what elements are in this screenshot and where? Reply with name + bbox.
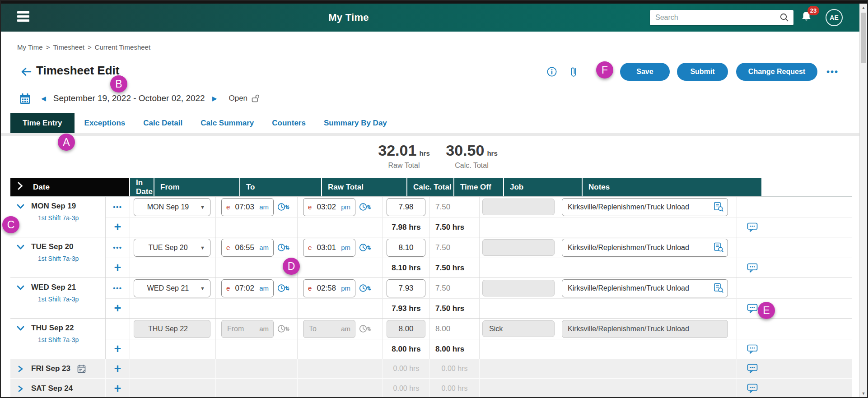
row-menu-button[interactable]: ••• — [106, 284, 130, 292]
next-period-arrow[interactable]: ▶ — [210, 95, 219, 102]
previous-period-arrow[interactable]: ◀ — [39, 95, 48, 102]
attachments-button[interactable] — [567, 65, 580, 79]
time-adjust-icon — [359, 324, 371, 333]
notes-comment-icon[interactable] — [747, 263, 758, 273]
from-time-input[interactable]: From am — [221, 320, 274, 338]
annotation-badge-b: B — [110, 75, 127, 93]
tab-divider — [1, 133, 859, 136]
job-input[interactable]: Kirksville/Replenishmen/Truck Unload — [562, 320, 728, 338]
vertical-scrollbar[interactable]: ▲ ▼ — [859, 4, 867, 397]
time-adjust-icon[interactable] — [359, 243, 371, 252]
timesheet-row: WED Sep 21 1st Shift 7a-3p ••• WED Sep 2… — [10, 278, 852, 319]
save-button[interactable]: Save — [620, 63, 670, 81]
change-request-button[interactable]: Change Request — [736, 63, 817, 81]
tab-counters[interactable]: Counters — [272, 113, 306, 133]
scrollbar-thumb[interactable] — [861, 13, 866, 63]
breadcrumb-item[interactable]: Timesheet — [53, 43, 84, 51]
shift-link[interactable]: 1st Shift 7a-3p — [38, 255, 105, 262]
row-menu-button[interactable]: ••• — [106, 203, 130, 211]
from-time-input[interactable]: e 07:02 am — [221, 279, 274, 297]
tab-exceptions[interactable]: Exceptions — [84, 113, 126, 133]
breadcrumb-item[interactable]: Current Timesheet — [95, 43, 150, 51]
back-arrow-icon[interactable] — [20, 65, 33, 78]
job-input[interactable]: Kirksville/Replenishmen/Truck Unload — [562, 239, 728, 257]
notes-comment-icon[interactable] — [747, 344, 758, 354]
add-entry-button[interactable]: + — [106, 383, 130, 395]
tab-calc-detail[interactable]: Calc Detail — [143, 113, 182, 133]
row-menu-button[interactable]: ••• — [106, 244, 130, 251]
search-icon[interactable] — [779, 12, 790, 23]
job-input[interactable]: Kirksville/Replenishmen/Truck Unload — [562, 198, 728, 216]
from-time-input[interactable]: e 06:55 am — [221, 239, 274, 257]
edited-flag: e — [226, 203, 230, 211]
action-cluster: Save Submit Change Request ••• — [545, 63, 839, 81]
add-entry-button[interactable]: + — [106, 363, 130, 375]
shift-link[interactable]: 1st Shift 7a-3p — [38, 214, 105, 222]
expand-row-icon[interactable] — [17, 385, 24, 392]
job-lookup-icon[interactable] — [714, 202, 724, 212]
in-date-select[interactable]: TUE Sep 20 ▼ — [134, 239, 210, 257]
tab-time-entry[interactable]: Time Entry — [10, 113, 75, 133]
tab-summary-by-day[interactable]: Summary By Day — [324, 113, 387, 133]
tab-calc-summary[interactable]: Calc Summary — [201, 113, 254, 133]
raw-total-input[interactable]: 7.98 — [387, 198, 425, 216]
to-time-input[interactable]: To am — [303, 320, 355, 338]
from-time-input[interactable]: e 07:03 am — [221, 198, 274, 216]
collapse-row-icon[interactable] — [17, 284, 24, 291]
add-entry-button[interactable]: + — [106, 343, 130, 355]
more-options-button[interactable]: ••• — [826, 67, 839, 77]
top-bar: My Time 23 AE — [1, 4, 859, 32]
job-input[interactable]: Kirksville/Replenishmen/Truck Unload — [562, 279, 728, 297]
expand-row-icon[interactable] — [17, 366, 24, 372]
add-entry-button[interactable]: + — [106, 221, 130, 233]
submit-button[interactable]: Submit — [677, 63, 728, 81]
time-off-input[interactable] — [482, 199, 555, 215]
in-date-select[interactable]: MON Sep 19 ▼ — [134, 198, 210, 216]
column-header-date[interactable]: Date — [10, 178, 130, 196]
notes-comment-icon[interactable] — [747, 222, 758, 232]
time-off-input[interactable] — [482, 280, 555, 296]
job-lookup-icon[interactable] — [714, 242, 724, 253]
time-adjust-icon[interactable] — [359, 202, 371, 212]
collapse-row-icon[interactable] — [17, 325, 24, 332]
scrollbar-down-arrow[interactable]: ▼ — [860, 389, 867, 397]
column-header-label: Notes — [588, 183, 610, 192]
calendar-icon[interactable] — [19, 93, 31, 105]
shift-link[interactable]: 1st Shift 7a-3p — [38, 296, 105, 303]
collapse-row-icon[interactable] — [17, 203, 24, 210]
to-meridiem: am — [341, 325, 350, 333]
column-header: Notes — [583, 178, 761, 196]
avatar[interactable]: AE — [826, 9, 843, 26]
time-off-input[interactable] — [482, 239, 555, 256]
raw-total-input[interactable]: 8.10 — [387, 239, 425, 257]
notes-comment-icon[interactable] — [747, 364, 758, 374]
breadcrumb-item[interactable]: My Time — [17, 43, 43, 51]
add-entry-button[interactable]: + — [106, 262, 130, 274]
raw-total-input[interactable]: 8.00 — [387, 320, 425, 338]
job-lookup-icon[interactable] — [714, 283, 724, 293]
chevron-down-icon: ▼ — [200, 286, 205, 291]
time-adjust-icon[interactable] — [277, 243, 289, 252]
collapse-row-icon[interactable] — [17, 244, 24, 250]
notifications-button[interactable]: 23 — [800, 10, 814, 25]
scrollbar-up-arrow[interactable]: ▲ — [860, 4, 867, 11]
raw-total-input[interactable]: 7.93 — [387, 279, 425, 297]
search-input[interactable] — [650, 14, 779, 22]
time-adjust-icon[interactable] — [277, 283, 289, 293]
notes-comment-icon[interactable] — [747, 304, 758, 314]
schedule-calendar-icon[interactable] — [77, 364, 86, 374]
in-date-select[interactable]: WED Sep 21 ▼ — [134, 279, 210, 297]
notes-comment-icon[interactable] — [747, 384, 758, 393]
to-time-input[interactable]: e 02:58 pm — [303, 279, 355, 297]
search-box[interactable] — [650, 10, 793, 25]
shift-link[interactable]: 1st Shift 7a-3p — [38, 336, 105, 343]
to-time-input[interactable]: e 03:01 pm — [303, 239, 355, 257]
add-entry-button[interactable]: + — [106, 302, 130, 315]
timesheet-row-collapsed: SAT Sep 24 + 0.00 hrs 0.00 hrs — [10, 379, 852, 397]
expand-all-icon[interactable] — [18, 182, 23, 192]
time-adjust-icon[interactable] — [359, 283, 371, 293]
time-adjust-icon[interactable] — [277, 202, 289, 212]
in-date-select[interactable]: THU Sep 22 — [134, 320, 210, 338]
info-button[interactable] — [545, 65, 559, 79]
to-time-input[interactable]: e 03:02 pm — [303, 198, 355, 216]
